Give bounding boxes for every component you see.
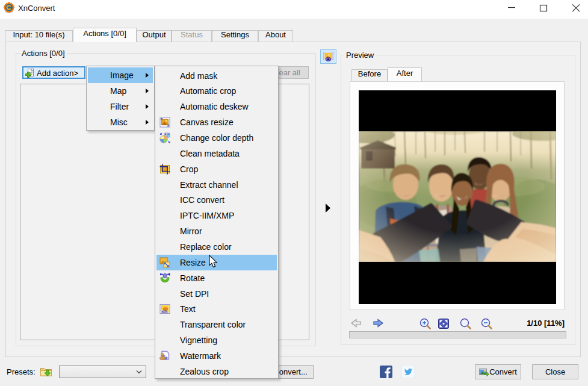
svg-text:Text: Text (162, 310, 167, 313)
